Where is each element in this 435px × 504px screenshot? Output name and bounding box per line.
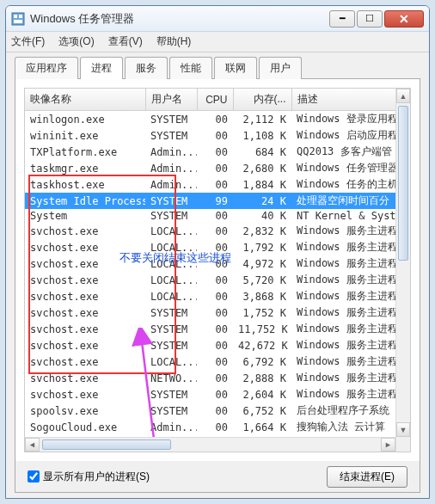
- col-user-name[interactable]: 用户名: [145, 89, 197, 111]
- col-description[interactable]: 描述: [291, 89, 410, 111]
- cell-desc: Windows 服务主进程: [291, 370, 410, 386]
- cell-desc: QQ2013 多客户端管: [291, 144, 410, 160]
- table-row[interactable]: wininit.exeSYSTEM001,108 KWindows 启动应用程: [25, 127, 410, 144]
- show-all-users-checkbox[interactable]: 显示所有用户的进程(S): [28, 470, 327, 484]
- cell-user: SYSTEM: [145, 337, 197, 353]
- cell-user: SYSTEM: [145, 193, 197, 209]
- cell-mem: 2,112 K: [233, 111, 291, 128]
- cell-cpu: 00: [197, 272, 233, 288]
- cell-cpu: 00: [197, 370, 233, 386]
- menubar: 文件(F) 选项(O) 查看(V) 帮助(H): [6, 32, 429, 52]
- table-row[interactable]: svchost.exeSYSTEM002,604 KWindows 服务主进程: [25, 386, 410, 403]
- cell-desc: Windows 服务主进程: [291, 272, 410, 288]
- cell-cpu: 00: [197, 452, 233, 452]
- cell-cpu: 00: [197, 209, 233, 223]
- table-row[interactable]: spoolsv.exeSYSTEM006,752 K后台处理程序子系统: [25, 403, 410, 419]
- cell-desc: Windows 任务管理器: [291, 160, 410, 176]
- process-list[interactable]: 映像名称 用户名 CPU 内存(... 描述 winlogon.exeSYSTE…: [24, 88, 411, 452]
- table-row[interactable]: svchost.exeLOCAL...001,792 KWindows 服务主进…: [25, 239, 410, 255]
- col-cpu[interactable]: CPU: [197, 89, 233, 111]
- show-all-label: 显示所有用户的进程(S): [43, 470, 150, 484]
- svg-rect-1: [14, 15, 17, 18]
- table-row[interactable]: svchost.exeLOCAL...003,868 KWindows 服务主进…: [25, 288, 410, 304]
- cell-cpu: 00: [197, 255, 233, 272]
- cell-mem: 6,792 K: [233, 353, 291, 370]
- menu-options[interactable]: 选项(O): [58, 34, 94, 49]
- vertical-scrollbar[interactable]: ▲ ▼: [395, 89, 410, 452]
- menu-help[interactable]: 帮助(H): [156, 34, 192, 49]
- tab-services[interactable]: 服务: [125, 57, 168, 79]
- cell-desc: Windows 服务主进程: [291, 304, 410, 321]
- column-headers[interactable]: 映像名称 用户名 CPU 内存(... 描述: [25, 89, 410, 111]
- cell-mem: 24 K: [233, 193, 291, 209]
- table-row[interactable]: svchost.exeLOCAL...006,792 KWindows 服务主进…: [25, 353, 410, 370]
- task-manager-window: Windows 任务管理器 ━ ☐ ✕ 文件(F) 选项(O) 查看(V) 帮助…: [5, 5, 430, 499]
- cell-name: svchost.exe: [25, 321, 145, 337]
- tab-users[interactable]: 用户: [259, 57, 302, 79]
- cell-desc: Windows 任务的主机: [291, 176, 410, 193]
- cell-name: winlogon.exe: [25, 111, 145, 128]
- cell-user: Admin...: [145, 452, 197, 452]
- cell-name: svchost.exe: [25, 386, 145, 403]
- tab-performance[interactable]: 性能: [169, 57, 212, 79]
- cell-name: svchost.exe: [25, 288, 145, 304]
- close-button[interactable]: ✕: [384, 10, 424, 28]
- cell-cpu: 00: [197, 386, 233, 403]
- table-row[interactable]: System Idle ProcessSYSTEM9924 K处理器空闲时间百分: [25, 193, 410, 209]
- table-row[interactable]: taskhost.exeAdmin...001,884 KWindows 任务的…: [25, 176, 410, 193]
- cell-mem: 42,672 K: [233, 337, 291, 353]
- table-row[interactable]: svchost.exeLOCAL...005,720 KWindows 服务主进…: [25, 272, 410, 288]
- tab-processes[interactable]: 进程: [80, 57, 123, 79]
- scroll-left-button[interactable]: ◄: [25, 438, 40, 452]
- table-row[interactable]: SystemSYSTEM0040 KNT Kernel & Syste: [25, 209, 410, 223]
- cell-user: Admin...: [145, 160, 197, 176]
- cell-user: SYSTEM: [145, 403, 197, 419]
- cell-user: LOCAL...: [145, 255, 197, 272]
- table-row[interactable]: sidebar.exeAdmin...009,860 KWindows 桌面小工…: [25, 452, 410, 452]
- cell-mem: 1,884 K: [233, 176, 291, 193]
- scroll-up-button[interactable]: ▲: [396, 89, 410, 103]
- cell-name: wininit.exe: [25, 127, 145, 144]
- table-row[interactable]: taskmgr.exeAdmin...002,680 KWindows 任务管理…: [25, 160, 410, 176]
- table-row[interactable]: svchost.exeSYSTEM0011,752 KWindows 服务主进程: [25, 321, 410, 337]
- cell-user: SYSTEM: [145, 209, 197, 223]
- cell-user: LOCAL...: [145, 223, 197, 239]
- minimize-button[interactable]: ━: [329, 10, 355, 28]
- menu-file[interactable]: 文件(F): [11, 34, 45, 49]
- table-row[interactable]: svchost.exeLOCAL...002,832 KWindows 服务主进…: [25, 223, 410, 239]
- menu-view[interactable]: 查看(V): [108, 34, 143, 49]
- cell-desc: Windows 桌面小工具: [291, 452, 410, 452]
- scroll-thumb-h[interactable]: [42, 439, 171, 450]
- cell-name: svchost.exe: [25, 370, 145, 386]
- table-row[interactable]: SogouCloud.exeAdmin...001,664 K搜狗输入法 云计算: [25, 419, 410, 435]
- cell-mem: 2,680 K: [233, 160, 291, 176]
- cell-desc: 搜狗输入法 云计算: [291, 419, 410, 435]
- tab-applications[interactable]: 应用程序: [15, 57, 78, 79]
- cell-name: TXPlatform.exe: [25, 144, 145, 160]
- cell-user: SYSTEM: [145, 111, 197, 128]
- tab-networking[interactable]: 联网: [214, 57, 257, 79]
- cell-mem: 9,860 K: [233, 452, 291, 452]
- scroll-down-button[interactable]: ▼: [396, 422, 410, 437]
- scroll-thumb[interactable]: [398, 106, 408, 261]
- cell-cpu: 00: [197, 176, 233, 193]
- col-memory[interactable]: 内存(...: [233, 89, 291, 111]
- cell-cpu: 00: [197, 419, 233, 435]
- maximize-button[interactable]: ☐: [357, 10, 383, 28]
- scroll-right-button[interactable]: ►: [381, 438, 395, 452]
- table-row[interactable]: svchost.exeSYSTEM0042,672 KWindows 服务主进程: [25, 337, 410, 353]
- table-row[interactable]: svchost.exeSYSTEM001,752 KWindows 服务主进程: [25, 304, 410, 321]
- table-row[interactable]: svchost.exeNETWO...002,888 KWindows 服务主进…: [25, 370, 410, 386]
- table-row[interactable]: TXPlatform.exeAdmin...00684 KQQ2013 多客户端…: [25, 144, 410, 160]
- titlebar[interactable]: Windows 任务管理器 ━ ☐ ✕: [6, 6, 429, 32]
- cell-mem: 4,972 K: [233, 255, 291, 272]
- horizontal-scrollbar[interactable]: ◄ ►: [25, 437, 395, 452]
- show-all-checkbox-input[interactable]: [28, 470, 40, 482]
- cell-mem: 3,868 K: [233, 288, 291, 304]
- cell-desc: 处理器空闲时间百分: [291, 193, 410, 209]
- table-row[interactable]: winlogon.exeSYSTEM002,112 KWindows 登录应用程: [25, 111, 410, 128]
- end-process-button[interactable]: 结束进程(E): [327, 466, 407, 488]
- col-image-name[interactable]: 映像名称: [25, 89, 145, 111]
- cell-mem: 5,720 K: [233, 272, 291, 288]
- table-row[interactable]: svchost.exeLOCAL...004,972 KWindows 服务主进…: [25, 255, 410, 272]
